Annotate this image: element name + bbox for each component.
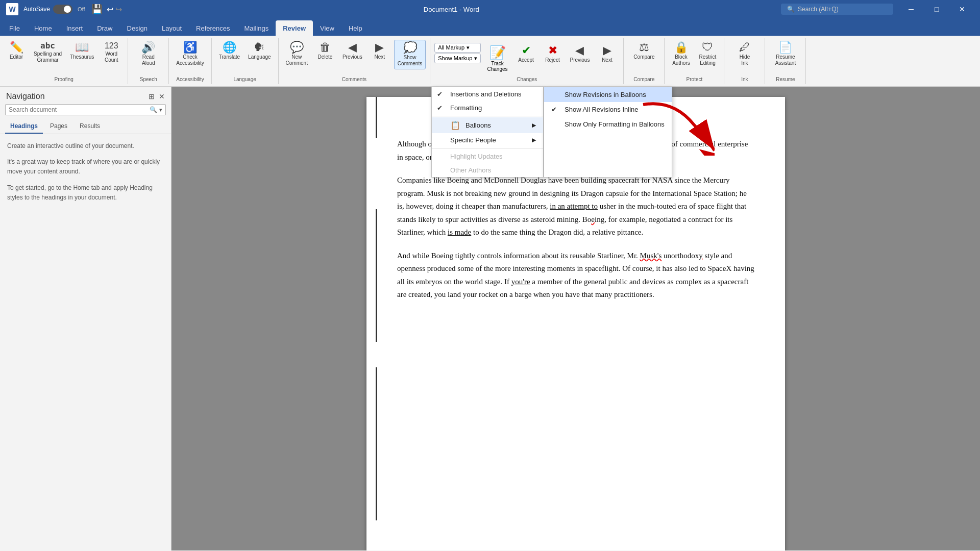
nav-search-bar[interactable]: 🔍 ▾ xyxy=(5,104,166,115)
document-title: Document1 - Word xyxy=(424,6,479,13)
next-comment-button[interactable]: ▶ Next xyxy=(368,40,392,62)
read-aloud-button[interactable]: 🔊 ReadAloud xyxy=(136,40,161,68)
redo-icon[interactable]: ↪ xyxy=(115,5,122,14)
thesaurus-button[interactable]: 📖 Thesaurus xyxy=(67,40,97,62)
nav-expand-icon[interactable]: ⊞ xyxy=(149,92,155,101)
autosave-state: Off xyxy=(78,6,85,12)
tab-insert[interactable]: Insert xyxy=(59,20,90,36)
language-button[interactable]: 🗣 Language xyxy=(245,40,274,62)
show-comments-button[interactable]: 💭 ShowComments xyxy=(394,40,426,69)
nav-search-dropdown[interactable]: ▾ xyxy=(159,107,162,113)
track-changes-button[interactable]: 📝 TrackChanges xyxy=(483,43,511,74)
editor-button[interactable]: ✏️ Editor xyxy=(4,40,29,62)
change-bar-1 xyxy=(376,97,377,138)
show-only-formatting-item[interactable]: Show Only Formatting in Balloons xyxy=(544,117,672,132)
maximize-button[interactable]: □ xyxy=(925,0,948,18)
next-label: Next xyxy=(375,54,385,60)
thesaurus-icon: 📖 xyxy=(75,42,89,53)
minimize-button[interactable]: ─ xyxy=(899,0,923,18)
tab-draw[interactable]: Draw xyxy=(90,20,119,36)
language-group-label: Language xyxy=(233,77,256,84)
insertions-deletions-item[interactable]: ✔ Insertions and Deletions xyxy=(432,87,543,101)
proofing-group-label: Proofing xyxy=(55,77,74,84)
nav-search-input[interactable] xyxy=(9,106,148,113)
word-count-button[interactable]: 123 WordCount xyxy=(99,40,124,65)
block-authors-button[interactable]: 🔒 BlockAuthors xyxy=(669,40,693,68)
markup-selector: All Markup ▾ Show Markup ▾ xyxy=(434,43,481,74)
other-authors-item: Other Authors xyxy=(432,163,543,177)
nav-tab-pages[interactable]: Pages xyxy=(45,119,72,134)
reject-button[interactable]: ✖ Reject xyxy=(541,43,565,74)
nav-close-icon[interactable]: ✕ xyxy=(159,92,165,101)
language-icon: 🗣 xyxy=(254,42,265,53)
new-comment-button[interactable]: 💬 NewComment xyxy=(283,40,311,68)
nav-tab-headings[interactable]: Headings xyxy=(5,119,43,134)
ribbon-group-comments: 💬 NewComment 🗑 Delete ◀ Previous ▶ Next … xyxy=(279,38,431,84)
close-button[interactable]: ✕ xyxy=(950,0,974,18)
show-markup-menu: ✔ Insertions and Deletions ✔ Formatting … xyxy=(431,87,544,178)
track-changes-icon: 📝 xyxy=(489,45,506,61)
save-icon[interactable]: 💾 xyxy=(91,4,103,15)
accept-label: Accept xyxy=(518,57,534,63)
tab-review[interactable]: Review xyxy=(276,20,313,36)
compare-button[interactable]: ⚖ Compare xyxy=(630,40,657,62)
tab-help[interactable]: Help xyxy=(341,20,370,36)
check-accessibility-button[interactable]: ♿ CheckAccessibility xyxy=(173,40,207,68)
undo-icon[interactable]: ↩ xyxy=(107,5,113,14)
tab-references[interactable]: References xyxy=(189,20,237,36)
accept-button[interactable]: ✔ Accept xyxy=(514,43,538,74)
change-bar-2 xyxy=(376,209,377,342)
nav-tab-results[interactable]: Results xyxy=(75,119,105,134)
comments-items: 💬 NewComment 🗑 Delete ◀ Previous ▶ Next … xyxy=(283,38,426,77)
translate-button[interactable]: 🌐 Translate xyxy=(216,40,243,62)
tab-mailings[interactable]: Mailings xyxy=(237,20,276,36)
language-label: Language xyxy=(248,54,271,60)
nav-content: Create an interactive outline of your do… xyxy=(0,134,171,216)
tab-layout[interactable]: Layout xyxy=(155,20,189,36)
title-search-box[interactable]: 🔍 Search (Alt+Q) xyxy=(781,4,893,15)
tab-home[interactable]: Home xyxy=(27,20,59,36)
reject-icon: ✖ xyxy=(548,45,557,56)
balloons-submenu: Show Revisions in Balloons ✔ Show All Re… xyxy=(544,87,672,178)
prev-change-icon: ◀ xyxy=(575,45,584,56)
resume-assistant-button[interactable]: 📄 ResumeAssistant xyxy=(772,40,799,68)
hide-ink-icon: 🖊 xyxy=(739,42,750,53)
resume-icon: 📄 xyxy=(778,42,792,53)
nav-header: Navigation ⊞ ✕ xyxy=(0,87,171,104)
tab-design[interactable]: Design xyxy=(120,20,155,36)
insertions-deletions-label: Insertions and Deletions xyxy=(450,90,521,98)
accept-icon: ✔ xyxy=(522,45,531,56)
restrict-editing-button[interactable]: 🛡 RestrictEditing xyxy=(695,40,720,68)
ink-items: 🖊 HideInk xyxy=(732,38,757,77)
delete-comment-button[interactable]: 🗑 Delete xyxy=(313,40,337,62)
highlight-updates-item: Highlight Updates xyxy=(432,149,543,163)
ink-group-label: Ink xyxy=(741,77,748,84)
balloons-item[interactable]: 📋 Balloons ▶ xyxy=(432,117,543,133)
reject-label: Reject xyxy=(545,57,559,63)
ribbon-group-protect: 🔒 BlockAuthors 🛡 RestrictEditing Protect xyxy=(665,38,724,84)
autosave-toggle[interactable] xyxy=(53,5,72,14)
formatting-label: Formatting xyxy=(450,104,482,112)
speech-items: 🔊 ReadAloud xyxy=(136,38,161,77)
delete-label: Delete xyxy=(318,54,333,60)
show-revisions-balloons-item[interactable]: Show Revisions in Balloons xyxy=(544,87,672,102)
prev-change-label: Previous xyxy=(570,57,590,63)
editor-label: Editor xyxy=(10,54,23,60)
previous-change-button[interactable]: ◀ Previous xyxy=(567,43,593,74)
tab-file[interactable]: File xyxy=(2,20,27,36)
formatting-item[interactable]: ✔ Formatting xyxy=(432,101,543,115)
hide-ink-button[interactable]: 🖊 HideInk xyxy=(732,40,757,68)
show-markup-button[interactable]: Show Markup ▾ xyxy=(434,54,481,63)
specific-people-item[interactable]: Specific People ▶ xyxy=(432,133,543,147)
nav-search-icon[interactable]: 🔍 xyxy=(150,106,157,113)
tab-view[interactable]: View xyxy=(313,20,341,36)
previous-comment-button[interactable]: ◀ Previous xyxy=(339,40,365,62)
changes-top-row: All Markup ▾ Show Markup ▾ 📝 TrackChange… xyxy=(434,43,619,74)
all-markup-dropdown[interactable]: All Markup ▾ xyxy=(434,43,481,53)
show-all-inline-item[interactable]: ✔ Show All Revisions Inline xyxy=(544,102,672,117)
show-only-formatting-label: Show Only Formatting in Balloons xyxy=(565,120,665,128)
spelling-icon: abc xyxy=(40,42,55,50)
next-change-button[interactable]: ▶ Next xyxy=(595,43,619,74)
spelling-grammar-button[interactable]: abc Spelling andGrammar xyxy=(31,40,65,65)
accessibility-label: CheckAccessibility xyxy=(176,54,204,66)
